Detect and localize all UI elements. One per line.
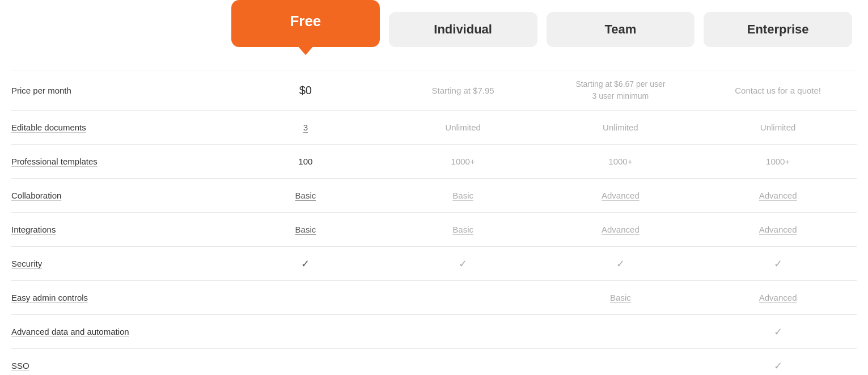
collaboration-free: Basic bbox=[227, 183, 384, 208]
advanced-data-free bbox=[227, 324, 384, 340]
professional-templates-enterprise: 1000+ bbox=[699, 149, 857, 174]
individual-plan-header[interactable]: Individual bbox=[389, 12, 537, 47]
security-enterprise: ✓ bbox=[699, 250, 857, 278]
individual-plan-name: Individual bbox=[434, 22, 492, 37]
price-team-line1: Starting at $6.67 per user bbox=[575, 79, 665, 89]
free-plan-header[interactable]: Free bbox=[231, 0, 380, 47]
security-free: ✓ bbox=[227, 250, 384, 278]
enterprise-plan-header[interactable]: Enterprise bbox=[704, 12, 852, 47]
team-plan-name: Team bbox=[604, 22, 636, 37]
enterprise-plan-name: Enterprise bbox=[747, 22, 809, 37]
easy-admin-label: Easy admin controls bbox=[11, 285, 227, 310]
integrations-team: Advanced bbox=[542, 217, 700, 242]
price-individual: Starting at $7.95 bbox=[384, 78, 542, 103]
advanced-data-individual bbox=[384, 324, 542, 340]
security-team: ✓ bbox=[542, 250, 700, 278]
integrations-label: Integrations bbox=[11, 217, 227, 242]
collaboration-label: Collaboration bbox=[11, 183, 227, 208]
editable-docs-free: 3 bbox=[227, 115, 384, 140]
professional-templates-free: 100 bbox=[227, 149, 384, 174]
price-label: Price per month bbox=[11, 78, 227, 103]
price-free: $0 bbox=[227, 76, 384, 105]
collaboration-individual: Basic bbox=[384, 183, 542, 208]
price-team: Starting at $6.67 per user 3 user minimu… bbox=[542, 70, 700, 110]
easy-admin-enterprise: Advanced bbox=[699, 285, 857, 310]
price-enterprise: Contact us for a quote! bbox=[699, 78, 857, 103]
editable-docs-enterprise: Unlimited bbox=[699, 115, 857, 140]
price-team-line2: 3 user minimum bbox=[592, 91, 649, 100]
advanced-data-label: Advanced data and automation bbox=[11, 319, 227, 344]
sso-enterprise: ✓ bbox=[699, 352, 857, 376]
sso-individual bbox=[384, 358, 542, 374]
editable-docs-label: Editable documents bbox=[11, 115, 227, 140]
easy-admin-team: Basic bbox=[542, 285, 700, 310]
editable-docs-individual: Unlimited bbox=[384, 115, 542, 140]
collaboration-enterprise: Advanced bbox=[699, 183, 857, 208]
integrations-enterprise: Advanced bbox=[699, 217, 857, 242]
editable-docs-row: Editable documents 3 Unlimited Unlimited… bbox=[11, 111, 857, 145]
feature-rows: Price per month $0 Starting at $7.95 Sta… bbox=[11, 70, 857, 375]
easy-admin-free bbox=[227, 290, 384, 306]
sso-label: SSO bbox=[11, 353, 227, 375]
sso-free bbox=[227, 358, 384, 374]
integrations-row: Integrations Basic Basic Advanced Advanc… bbox=[11, 213, 857, 247]
advanced-data-row: Advanced data and automation ✓ bbox=[11, 315, 857, 349]
collaboration-row: Collaboration Basic Basic Advanced Advan… bbox=[11, 179, 857, 213]
professional-templates-label: Professional templates bbox=[11, 149, 227, 174]
sso-row: SSO ✓ bbox=[11, 349, 857, 375]
security-label: Security bbox=[11, 251, 227, 276]
professional-templates-row: Professional templates 100 1000+ 1000+ 1… bbox=[11, 145, 857, 179]
advanced-data-enterprise: ✓ bbox=[699, 318, 857, 346]
integrations-free: Basic bbox=[227, 217, 384, 242]
team-plan-header[interactable]: Team bbox=[547, 12, 695, 47]
easy-admin-individual bbox=[384, 290, 542, 306]
professional-templates-team: 1000+ bbox=[542, 149, 700, 174]
sso-team bbox=[542, 358, 700, 374]
price-row: Price per month $0 Starting at $7.95 Sta… bbox=[11, 70, 857, 111]
plans-header-row: Free Individual Team Enterprise bbox=[11, 0, 857, 53]
professional-templates-individual: 1000+ bbox=[384, 149, 542, 174]
security-row: Security ✓ ✓ ✓ ✓ bbox=[11, 247, 857, 281]
collaboration-team: Advanced bbox=[542, 183, 700, 208]
security-individual: ✓ bbox=[384, 250, 542, 278]
pricing-table: Free Individual Team Enterprise Price pe… bbox=[0, 0, 868, 375]
easy-admin-row: Easy admin controls Basic Advanced bbox=[11, 281, 857, 315]
free-plan-name: Free bbox=[290, 12, 321, 30]
editable-docs-team: Unlimited bbox=[542, 115, 700, 140]
integrations-individual: Basic bbox=[384, 217, 542, 242]
advanced-data-team bbox=[542, 324, 700, 340]
